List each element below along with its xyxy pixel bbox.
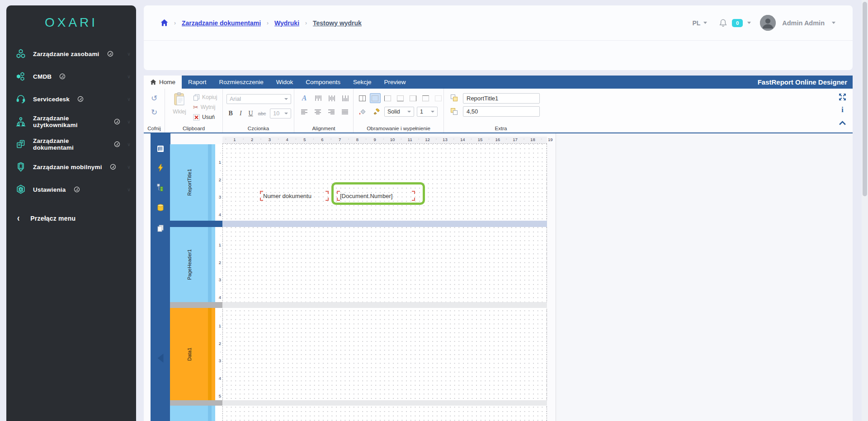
chevron-down-icon (284, 113, 288, 114)
delete-button[interactable]: Usuń (193, 113, 217, 121)
object-size-input[interactable] (463, 106, 540, 117)
border-left-icon (384, 95, 391, 101)
send-to-back-icon[interactable] (450, 108, 458, 115)
data-sources-icon[interactable] (156, 203, 165, 212)
bring-to-front-icon[interactable] (450, 94, 458, 102)
align-right-button[interactable] (326, 107, 337, 117)
line-width-select[interactable]: 1 (417, 107, 438, 117)
align-justify-button[interactable] (340, 107, 350, 117)
sidebar-item[interactable]: Zarządzanie dokumentami∨ (6, 133, 136, 156)
brush-button[interactable] (371, 107, 382, 117)
border-none-button[interactable] (370, 93, 381, 103)
bold-button[interactable]: B (226, 110, 235, 117)
tab-components[interactable]: Components (299, 76, 347, 89)
band-pageheader[interactable]: PageHeader1 (170, 227, 215, 302)
sidebar-item[interactable]: Zarządzanie mobilnymi∨ (6, 156, 136, 178)
breadcrumb-item[interactable]: Wydruki (274, 19, 299, 27)
sidebar-item[interactable]: Zarządzanie zasobami∨ (6, 43, 136, 65)
scrollbar-thumb[interactable] (863, 2, 867, 196)
report-tree-icon[interactable] (156, 183, 165, 191)
gear-icon (15, 184, 26, 195)
border-edit-button[interactable] (433, 93, 443, 103)
valign-middle-button[interactable] (326, 93, 337, 103)
chevron-down-icon[interactable] (747, 22, 751, 24)
redo-button[interactable]: ↻ (144, 109, 165, 116)
copy-options-icon[interactable] (156, 224, 165, 232)
breadcrumb: ›Zarządzanie dokumentami›Wydruki›Testowy… (144, 5, 853, 41)
italic-button[interactable]: I (236, 110, 245, 117)
band-data-label[interactable]: Data1 (170, 308, 215, 400)
fullscreen-button[interactable] (839, 93, 846, 100)
align-center-button[interactable] (312, 107, 323, 117)
tab-sekcje[interactable]: Sekcje (347, 76, 378, 89)
cut-button[interactable]: ✂ Wytnij (193, 103, 217, 111)
text-object-field[interactable]: [Document.Number] (337, 191, 415, 201)
home-icon[interactable] (160, 19, 168, 27)
valign-top-icon (314, 95, 321, 102)
border-bottom-button[interactable] (395, 93, 406, 103)
chevron-down-icon (284, 98, 288, 100)
sidebar-item[interactable]: Servicedesk∨ (6, 88, 136, 110)
line-style-select[interactable]: Solid (384, 107, 414, 117)
collapse-strip-icon[interactable] (158, 354, 164, 363)
sidebar-item[interactable]: Ustawienia∨ (6, 178, 136, 201)
text-color-button[interactable]: A (299, 93, 310, 103)
tab-preview[interactable]: Preview (377, 76, 412, 89)
documents-icon (15, 139, 26, 150)
language-selector[interactable]: PL (692, 19, 707, 27)
copy-button[interactable]: Kopiuj (193, 93, 217, 101)
text-object-label[interactable]: Numer dokumentu (260, 191, 329, 201)
band-reporttitle-label[interactable]: ReportTitle1 (170, 144, 215, 221)
paste-button[interactable]: Wklej (170, 92, 189, 121)
sidebar-item[interactable]: Zarządzanie użytkownikami∨ (6, 110, 136, 133)
strikethrough-button[interactable]: abc (257, 111, 268, 116)
collapse-toolbar-button[interactable] (839, 119, 846, 127)
band-data[interactable]: Data1 (170, 308, 215, 400)
object-name-input[interactable] (463, 93, 540, 104)
sidebar-item[interactable]: CMDB∨ (6, 65, 136, 88)
undo-button[interactable]: ↺ (144, 95, 165, 102)
tab-widok[interactable]: Widok (270, 76, 300, 89)
fill-color-button[interactable] (357, 107, 368, 117)
font-size-select[interactable]: 10 (270, 109, 291, 118)
menu-toggle-button[interactable]: ‹ Przełącz menu (6, 207, 136, 230)
border-all-button[interactable] (357, 93, 368, 103)
avatar[interactable] (760, 15, 776, 31)
chevron-down-icon: ∨ (127, 96, 131, 102)
properties-icon[interactable] (156, 145, 165, 153)
ruler-tick: · (506, 137, 507, 141)
chevron-down-icon[interactable] (832, 22, 835, 24)
font-family-select[interactable]: Arial (226, 94, 291, 104)
align-left-button[interactable] (299, 107, 310, 117)
tab-raport[interactable]: Raport (182, 76, 213, 89)
gauge-icon (77, 96, 84, 102)
notification-badge[interactable]: 0 (732, 19, 743, 27)
tab-rozmieszczenie[interactable]: Rozmieszczenie (213, 76, 270, 89)
band-separator[interactable] (170, 221, 547, 227)
band-reporttitle[interactable]: ReportTitle1 (170, 144, 215, 221)
events-icon[interactable] (156, 164, 165, 172)
border-right-button[interactable] (407, 93, 418, 103)
cut-label: Wytnij (201, 104, 216, 110)
band-pagefooter-label[interactable] (170, 406, 215, 421)
valign-bottom-button[interactable] (340, 93, 350, 103)
tab-home[interactable]: Home (144, 76, 182, 89)
border-left-button[interactable] (382, 93, 393, 103)
info-button[interactable]: i (839, 106, 846, 114)
valign-top-button[interactable] (312, 93, 323, 103)
breadcrumb-item[interactable]: Zarządzanie dokumentami (182, 19, 261, 27)
band-pagefooter[interactable] (170, 406, 215, 421)
band-separator[interactable] (170, 302, 547, 308)
ruler-tick: · (401, 137, 402, 141)
ruler-tick: · (220, 314, 221, 319)
border-all-icon (359, 95, 366, 101)
page-scrollbar[interactable] (862, 0, 868, 421)
underline-button[interactable]: U (246, 110, 255, 117)
user-menu[interactable]: Admin Admin (782, 19, 825, 27)
bell-icon[interactable] (719, 19, 727, 28)
border-top-button[interactable] (420, 93, 431, 103)
band-separator[interactable] (170, 400, 547, 406)
breadcrumb-item[interactable]: Testowy wydruk (313, 19, 362, 27)
band-pageheader-label[interactable]: PageHeader1 (170, 227, 215, 302)
ruler-tick: · (220, 286, 221, 291)
